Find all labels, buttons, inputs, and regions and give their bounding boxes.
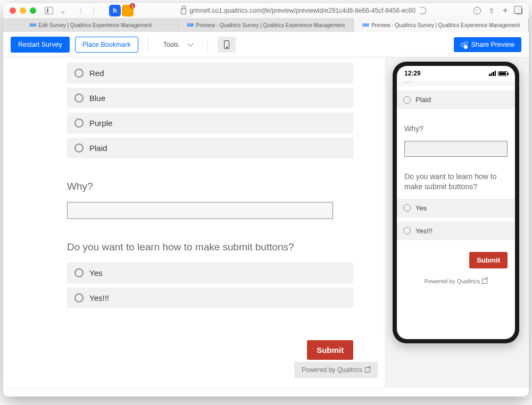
radio-icon xyxy=(403,204,411,212)
powered-by-link[interactable]: Powered by Qualtrics xyxy=(294,362,378,378)
radio-icon xyxy=(403,227,411,234)
mobile-submit-button[interactable]: Submit xyxy=(469,252,508,268)
mobile-question-submit: Do you want to learn how to make submit … xyxy=(404,172,508,192)
mobile-question-why: Why? xyxy=(404,124,508,134)
minimize-window[interactable] xyxy=(20,7,26,14)
back-button[interactable]: 〈 xyxy=(73,6,85,16)
radio-icon xyxy=(74,268,84,277)
mobile-text-input[interactable] xyxy=(404,141,508,157)
maximize-window[interactable] xyxy=(30,7,36,14)
mobile-time: 12:29 xyxy=(404,70,421,77)
downloads-icon[interactable] xyxy=(473,7,481,14)
share-preview-button[interactable]: Share Preview xyxy=(454,37,521,52)
restart-survey-button[interactable]: Restart Survey xyxy=(11,37,70,53)
sidebar-toggle-icon[interactable] xyxy=(45,7,53,14)
radio-option[interactable]: Purple xyxy=(67,113,353,133)
radio-icon xyxy=(74,144,84,153)
divider xyxy=(207,38,208,52)
tools-dropdown[interactable]: Tools xyxy=(158,41,198,48)
app-toolbar: Restart Survey Place Bookmark Tools Shar… xyxy=(3,32,529,57)
question-submit-buttons: Do you want to learn how to make submit … xyxy=(67,241,353,253)
url-text: grinnell.co1.qualtrics.com/jfe/preview/p… xyxy=(189,7,415,14)
share-nodes-icon xyxy=(461,41,468,47)
mobile-powered-by-link[interactable]: Powered by Qualtrics xyxy=(397,276,515,290)
reload-icon[interactable] xyxy=(419,7,426,14)
external-link-icon xyxy=(365,367,370,373)
chevron-down-icon[interactable]: ⌄ xyxy=(57,6,69,15)
radio-icon xyxy=(74,94,84,103)
submit-button[interactable]: Submit xyxy=(307,340,353,360)
browser-tab-1[interactable]: XMPreview - Qualtrics Survey | Qualtrics… xyxy=(178,18,353,32)
divider xyxy=(148,38,148,52)
battery-icon xyxy=(498,71,508,76)
browser-tab-2[interactable]: XMPreview - Qualtrics Survey | Qualtrics… xyxy=(354,18,529,32)
radio-icon xyxy=(74,69,84,78)
phone-icon xyxy=(224,40,229,49)
radio-icon xyxy=(74,119,84,128)
question-why: Why? xyxy=(67,181,353,192)
close-window[interactable] xyxy=(10,7,16,14)
signal-icon xyxy=(489,71,496,76)
extension-icon[interactable]: 1 xyxy=(122,5,134,16)
share-icon[interactable]: ⇪ xyxy=(488,6,495,15)
radio-option[interactable]: Red xyxy=(67,63,353,83)
address-bar[interactable]: grinnell.co1.qualtrics.com/jfe/preview/p… xyxy=(181,7,426,14)
radio-option[interactable]: Yes xyxy=(67,263,353,283)
preview-stage: Red Blue Purple Plaid Why? Do you want t… xyxy=(3,57,529,388)
window-controls[interactable] xyxy=(10,7,36,14)
new-tab-icon[interactable]: + xyxy=(502,5,508,16)
browser-tab-0[interactable]: XMEdit Survey | Qualtrics Experience Man… xyxy=(3,18,178,32)
radio-option[interactable]: Plaid xyxy=(67,138,353,158)
mobile-device-frame: 12:29 Plaid Why? Do you want to learn ho… xyxy=(393,62,519,343)
chevron-down-icon xyxy=(187,40,193,46)
honey-extension-icon[interactable]: h xyxy=(109,5,121,16)
text-input-why[interactable] xyxy=(67,202,333,219)
radio-option[interactable]: Blue xyxy=(67,88,353,108)
mobile-preview: 12:29 Plaid Why? Do you want to learn ho… xyxy=(397,66,515,339)
lock-icon xyxy=(181,9,186,14)
radio-option-cutoff[interactable] xyxy=(397,81,515,86)
radio-option[interactable]: Yes!!! xyxy=(397,222,515,240)
mobile-status-bar: 12:29 xyxy=(397,66,515,81)
browser-chrome: ⌄ 〈 〉 h 1 grinnell.co1.qualtrics.com/jfe… xyxy=(3,3,529,32)
browser-tabs: XMEdit Survey | Qualtrics Experience Man… xyxy=(3,18,529,32)
radio-icon xyxy=(403,96,411,104)
radio-option[interactable]: Yes xyxy=(397,199,515,217)
place-bookmark-button[interactable]: Place Bookmark xyxy=(75,37,138,53)
radio-option[interactable]: Yes!!! xyxy=(67,288,353,308)
radio-icon xyxy=(74,293,84,302)
desktop-preview: Red Blue Purple Plaid Why? Do you want t… xyxy=(3,57,385,388)
tabs-overview-icon[interactable] xyxy=(516,7,522,14)
extension-badge: 1 xyxy=(130,3,135,9)
forward-button[interactable]: 〉 xyxy=(89,6,102,16)
radio-option[interactable]: Plaid xyxy=(397,90,515,109)
radio-icon xyxy=(403,81,411,83)
external-link-icon xyxy=(482,279,487,284)
mobile-preview-toggle[interactable] xyxy=(218,37,236,53)
